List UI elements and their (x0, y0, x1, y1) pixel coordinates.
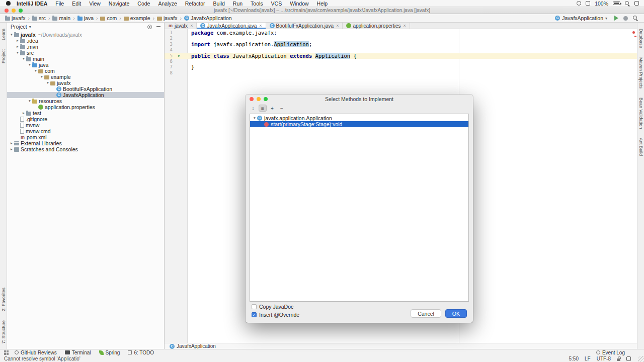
editor-breadcrumb-label[interactable]: JavafxApplication (177, 343, 216, 349)
close-window-icon[interactable] (5, 9, 9, 13)
run-gutter-icon[interactable]: ▶ (175, 53, 188, 59)
toolwindow-switcher-icon[interactable] (4, 350, 9, 355)
stripe-button-maven-projects[interactable]: Maven Projects (638, 57, 643, 88)
zoom-window-icon[interactable] (19, 9, 23, 13)
line-number[interactable]: 1 (165, 30, 175, 36)
chevron-down-icon[interactable]: ▾ (15, 50, 20, 56)
tree-row-mvnw[interactable]: mvnw (7, 122, 164, 128)
tree-row-javafx[interactable]: ▾javafx (7, 80, 164, 86)
close-icon[interactable]: × (403, 23, 406, 28)
tree-row-idea[interactable]: ▸.idea (7, 38, 164, 44)
apple-menu-icon[interactable] (6, 1, 11, 6)
readonly-lock-icon[interactable] (617, 356, 620, 361)
ok-button[interactable]: OK (445, 309, 467, 318)
tree-row-test[interactable]: ▸test (7, 110, 164, 116)
chevron-down-icon[interactable]: ▾ (27, 98, 32, 104)
menu-code[interactable]: Code (133, 0, 154, 7)
editor-tab-bootifulfxapplication-java[interactable]: CBootifulFxApplication.java× (266, 23, 343, 29)
tree-row-src[interactable]: ▾src (7, 50, 164, 56)
tree-row-pom-xml[interactable]: mpom.xml (7, 134, 164, 140)
stripe-button-2-favorites[interactable]: 2: Favorites (1, 288, 6, 311)
hide-panel-icon[interactable] (156, 26, 160, 27)
editor-tab-application-properties[interactable]: application.properties× (343, 23, 410, 29)
line-number[interactable]: 2 (165, 36, 175, 41)
chevron-down-icon[interactable]: ▾ (27, 62, 32, 68)
menu-navigate[interactable]: Navigate (105, 0, 133, 7)
run-config-selector[interactable]: C JavafxApplication ▾ (553, 15, 609, 22)
breadcrumb-item-example[interactable]: example (123, 15, 151, 21)
checkbox-insert-override[interactable]: ✓Insert @Override (252, 312, 299, 318)
chevron-down-icon[interactable]: ▾ (33, 68, 38, 74)
spotlight-search-icon[interactable] (625, 1, 630, 6)
checkbox-box[interactable]: ✓ (252, 312, 257, 317)
tree-row-gitignore[interactable]: .gitignore (7, 116, 164, 122)
show-classes-icon[interactable]: ≡ (259, 105, 267, 112)
caret-position[interactable]: 5:50 (569, 356, 579, 361)
editor-tab-javafx[interactable]: mjavafx× (165, 23, 197, 29)
line-number[interactable]: 4 (165, 47, 175, 53)
close-icon[interactable]: × (336, 23, 339, 28)
chevron-down-icon[interactable]: ▾ (29, 25, 31, 29)
close-icon[interactable]: × (190, 23, 193, 28)
collapse-all-icon[interactable]: − (278, 105, 286, 112)
file-encoding[interactable]: UTF-8 (597, 356, 611, 361)
breadcrumb-item-javafx[interactable]: javafx (156, 15, 178, 21)
menu-run[interactable]: Run (229, 0, 247, 7)
menu-vcs[interactable]: VCS (267, 0, 286, 7)
minimize-window-icon[interactable] (12, 9, 16, 13)
stripe-button-database[interactable]: Database (638, 29, 643, 48)
control-center-icon[interactable] (634, 1, 639, 6)
line-number[interactable]: 8 (165, 70, 175, 76)
breadcrumb-item-javafxapplication[interactable]: CJavafxApplication (183, 15, 233, 21)
tree-row-javafx[interactable]: ▾javafx~/Downloads/javafx (7, 32, 164, 38)
debug-button[interactable] (623, 16, 628, 21)
breadcrumb-item-java[interactable]: java (76, 15, 95, 21)
menu-tools[interactable]: Tools (247, 0, 267, 7)
close-icon[interactable]: × (259, 23, 262, 28)
display-icon[interactable] (586, 1, 590, 6)
chevron-right-icon[interactable]: ▸ (9, 146, 14, 152)
tree-row-main[interactable]: ▾main (7, 56, 164, 62)
error-indicator-icon[interactable] (632, 31, 635, 34)
menu-analyze[interactable]: Analyze (154, 0, 181, 7)
menu-window[interactable]: Window (286, 0, 312, 7)
menu-help[interactable]: Help (313, 0, 332, 7)
tree-row-mvnw-cmd[interactable]: mvnw.cmd (7, 128, 164, 134)
cancel-button[interactable]: Cancel (411, 309, 441, 318)
line-number[interactable]: 5 (165, 53, 175, 59)
stripe-button-7-structure[interactable]: 7: Structure (1, 320, 6, 344)
menu-view[interactable]: View (85, 0, 105, 7)
tree-row-external-libraries[interactable]: ▸External Libraries (7, 140, 164, 146)
breadcrumb-item-src[interactable]: src (31, 15, 47, 21)
tree-row-com[interactable]: ▾com (7, 68, 164, 74)
menu-edit[interactable]: Edit (68, 0, 85, 7)
line-number[interactable]: 6 (165, 59, 175, 64)
menu-intellij-idea[interactable]: IntelliJ IDEA (13, 0, 51, 7)
chevron-right-icon[interactable]: ▸ (21, 110, 26, 116)
tree-row-java[interactable]: ▾java (7, 62, 164, 68)
line-number[interactable]: 7 (165, 64, 175, 70)
chevron-down-icon[interactable]: ▾ (9, 32, 14, 38)
menu-file[interactable]: File (51, 0, 68, 7)
expand-all-icon[interactable]: + (268, 105, 276, 112)
breadcrumb-item-com[interactable]: com (99, 15, 118, 21)
checkbox-box[interactable] (252, 304, 257, 309)
resize-grip[interactable] (638, 356, 644, 362)
dialog-titlebar[interactable]: Select Methods to Implement (246, 95, 473, 104)
run-button[interactable] (614, 16, 618, 21)
dialog-tree-row-start-primarystage-stage-void[interactable]: start(primaryStage:Stage):void (250, 121, 468, 127)
tree-row-example[interactable]: ▾example (7, 74, 164, 80)
chevron-down-icon[interactable]: ▾ (21, 56, 26, 62)
tree-row-application-properties[interactable]: application.properties (7, 104, 164, 110)
line-number[interactable]: 3 (165, 42, 175, 47)
settings-gear-icon[interactable] (147, 25, 152, 29)
chevron-down-icon[interactable]: ▾ (39, 74, 44, 80)
project-header-title[interactable]: Project (11, 24, 27, 30)
dialog-minimize-icon[interactable] (257, 97, 261, 101)
stripe-button-ant-build[interactable]: Ant Build (638, 138, 643, 156)
error-stripe-mark[interactable] (634, 36, 636, 37)
toolwindow-button-github-reviews[interactable]: GitHub Reviews (15, 350, 57, 355)
stripe-button-project[interactable]: Project (1, 49, 6, 63)
status-message[interactable]: Cannot resolve symbol 'Applicatio' (4, 356, 80, 361)
dialog-zoom-icon[interactable] (264, 97, 268, 101)
